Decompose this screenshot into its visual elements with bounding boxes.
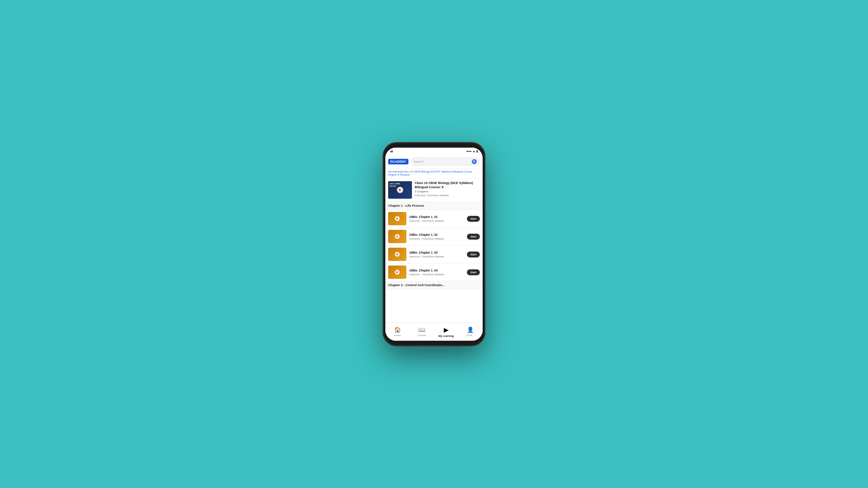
play-triangle-small-icon [397, 235, 398, 238]
lesson-play-icon-1[interactable] [395, 216, 400, 221]
phone-mockup: M ●●● ▲ ▮ DCADEMY Search My le [383, 143, 485, 346]
my-learning-icon: ▶ [444, 326, 449, 334]
play-triangle-icon [399, 189, 401, 191]
nav-label-profile: Profi... [467, 334, 474, 337]
chapter-2-partial-heading: Chapter 2 - Control And Coordinatio... [385, 281, 483, 289]
play-triangle-small-icon [397, 218, 398, 220]
signal-icon: ●●● [467, 150, 472, 153]
bottom-nav: 🏠 Home 📖 Course ▶ My Learning 👤 Profi... [385, 323, 483, 341]
play-triangle-small-icon [397, 253, 398, 255]
list-item: ⚙ 10Bio_Chapter 1_02 Instructor : Khushb… [385, 228, 483, 246]
wifi-icon: ▲ [472, 150, 475, 153]
thumbnail-line1: ASS X CBSE [390, 183, 400, 185]
course-title: Class 10 CBSE Biology (NCE Syllabus) Bil… [415, 181, 480, 189]
home-icon: 🏠 [394, 326, 401, 333]
search-placeholder: Search [414, 160, 470, 163]
thumbnail-line2: IOLOGY [390, 185, 400, 188]
breadcrumb-bar[interactable]: My learning/Class 10 CBSE Biology (NCERT… [385, 169, 483, 179]
status-bar: M ●●● ▲ ▮ [385, 148, 483, 155]
nav-label-my-learning: My Learning [439, 334, 454, 338]
svg-line-1 [475, 162, 475, 163]
status-time: M [390, 150, 393, 153]
lessons-list: ⚙ 10Bio_Chapter 1_01 Instructor : Khushb… [385, 210, 483, 323]
app-logo: DCADEMY [388, 159, 408, 164]
start-button-1[interactable]: Start [467, 216, 480, 222]
lesson-title-3: 10Bio_Chapter 1_03 [409, 251, 464, 254]
lesson-instructor-2: Instructor : Khushboo Maibam [409, 237, 464, 240]
nav-label-home: Home [394, 334, 401, 337]
course-icon: 📖 [418, 326, 425, 333]
lesson-play-icon-2[interactable] [395, 234, 400, 239]
course-card: ASS X CBSE IOLOGY Class 10 CBSE Biology … [385, 178, 483, 202]
app-header: DCADEMY Search [385, 155, 483, 169]
course-instructor: Instructor: Khushboo Maibam [415, 194, 480, 197]
nav-item-profile[interactable]: 👤 Profi... [458, 323, 483, 341]
search-icon[interactable] [472, 159, 477, 164]
lesson-thumbnail-3: ⚙ [388, 248, 406, 261]
nav-item-course[interactable]: 📖 Course [410, 323, 434, 341]
lesson-info-2: 10Bio_Chapter 1_02 Instructor : Khushboo… [409, 233, 464, 240]
chapter-1-heading-text: Chapter 1 - Life Process [388, 204, 480, 207]
lesson-play-icon-3[interactable] [395, 252, 400, 257]
lesson-title-1: 10Bio_Chapter 1_01 [409, 215, 464, 219]
lesson-instructor-3: Instructor : Khushboo Maibam [409, 255, 464, 258]
lesson-thumbnail-1: ⚙ [388, 212, 406, 225]
start-button-3[interactable]: Start [467, 252, 480, 257]
lesson-info-1: 10Bio_Chapter 1_01 Instructor : Khushboo… [409, 215, 464, 222]
nav-item-home[interactable]: 🏠 Home [385, 323, 410, 341]
course-info: Class 10 CBSE Biology (NCE Syllabus) Bil… [415, 181, 480, 197]
battery-icon: ▮ [476, 150, 478, 153]
phone-screen: M ●●● ▲ ▮ DCADEMY Search My le [385, 148, 483, 341]
status-icons: ●●● ▲ ▮ [467, 150, 478, 153]
lesson-info-4: 10Bio_Chapter 1_04 Instructor : Khushboo… [409, 269, 464, 276]
list-item: ⚙ 10Bio_Chapter 1_04 Instructor : Khushb… [385, 263, 483, 281]
lesson-info-3: 10Bio_Chapter 1_03 Instructor : Khushboo… [409, 251, 464, 258]
lesson-play-icon-4[interactable] [395, 270, 400, 275]
lesson-title-2: 10Bio_Chapter 1_02 [409, 233, 464, 236]
chapter-1-heading: Chapter 1 - Life Process [385, 202, 483, 210]
profile-icon: 👤 [467, 326, 474, 333]
nav-label-course: Course [418, 334, 426, 337]
course-chapters: 5 Chapters [415, 190, 480, 193]
list-item: ⚙ 10Bio_Chapter 1_01 Instructor : Khushb… [385, 210, 483, 228]
breadcrumb-text: My learning/Class 10 CBSE Biology (NCERT… [388, 170, 480, 177]
chapter-2-partial-text: Chapter 2 - Control And Coordinatio... [388, 283, 480, 287]
lesson-title-4: 10Bio_Chapter 1_04 [409, 269, 464, 272]
course-thumbnail: ASS X CBSE IOLOGY [388, 181, 412, 199]
lesson-thumbnail-4: ⚙ [388, 266, 406, 279]
nav-item-my-learning[interactable]: ▶ My Learning [434, 323, 458, 341]
lesson-instructor-1: Instructor : Khushboo Maibam [409, 219, 464, 222]
start-button-2[interactable]: Start [467, 234, 480, 240]
lesson-instructor-4: Instructor : Khushboo Maibam [409, 273, 464, 276]
course-play-button[interactable] [397, 187, 403, 193]
svg-point-0 [473, 161, 475, 162]
list-item: ⚙ 10Bio_Chapter 1_03 Instructor : Khushb… [385, 246, 483, 263]
lesson-thumbnail-2: ⚙ [388, 230, 406, 243]
start-button-4[interactable]: Start [467, 269, 480, 275]
play-triangle-small-icon [397, 271, 398, 273]
search-bar[interactable]: Search [411, 157, 480, 166]
